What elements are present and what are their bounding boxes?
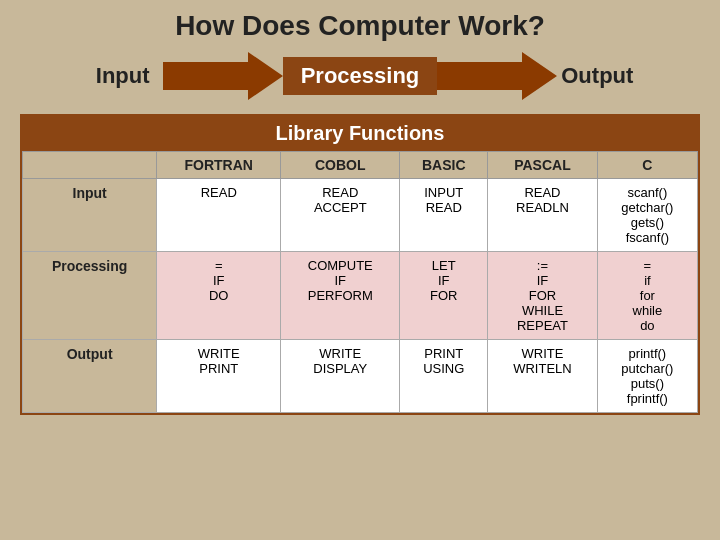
cell-pascal: WRITEWRITELN — [488, 340, 598, 413]
cell-fortran: WRITEPRINT — [157, 340, 281, 413]
cell-basic: LETIFFOR — [400, 252, 488, 340]
row-label: Input — [23, 179, 157, 252]
cell-pascal: :=IFFORWHILEREPEAT — [488, 252, 598, 340]
flow-processing-label: Processing — [283, 57, 438, 95]
table-row: InputREADREADACCEPTINPUTREADREADREADLNsc… — [23, 179, 698, 252]
cell-basic: INPUTREAD — [400, 179, 488, 252]
cell-c: =ifforwhiledo — [597, 252, 697, 340]
arrow-right-icon-2 — [437, 52, 557, 100]
col-header-c: C — [597, 152, 697, 179]
flow-input-label: Input — [83, 63, 163, 89]
svg-marker-0 — [163, 52, 283, 100]
row-label: Output — [23, 340, 157, 413]
row-label: Processing — [23, 252, 157, 340]
col-header-pascal: PASCAL — [488, 152, 598, 179]
table-header-row: FORTRAN COBOL BASIC PASCAL C — [23, 152, 698, 179]
page-wrapper: How Does Computer Work? Input Processing… — [0, 0, 720, 540]
cell-cobol: READACCEPT — [281, 179, 400, 252]
cell-pascal: READREADLN — [488, 179, 598, 252]
col-header-empty — [23, 152, 157, 179]
cell-c: printf()putchar()puts()fprintf() — [597, 340, 697, 413]
cell-fortran: READ — [157, 179, 281, 252]
col-header-cobol: COBOL — [281, 152, 400, 179]
cell-fortran: =IFDO — [157, 252, 281, 340]
cell-c: scanf()getchar()gets()fscanf() — [597, 179, 697, 252]
section-title: Library Functions — [22, 116, 698, 151]
col-header-fortran: FORTRAN — [157, 152, 281, 179]
table-row: Processing=IFDOCOMPUTEIFPERFORMLETIFFOR:… — [23, 252, 698, 340]
flow-output-label: Output — [557, 63, 637, 89]
cell-basic: PRINTUSING — [400, 340, 488, 413]
col-header-basic: BASIC — [400, 152, 488, 179]
flow-row: Input Processing Output — [20, 52, 700, 100]
cell-cobol: COMPUTEIFPERFORM — [281, 252, 400, 340]
table-row: OutputWRITEPRINTWRITEDISPLAYPRINTUSINGWR… — [23, 340, 698, 413]
page-title: How Does Computer Work? — [175, 10, 545, 42]
svg-marker-1 — [437, 52, 557, 100]
arrow-right-icon — [163, 52, 283, 100]
library-functions-table: Library Functions FORTRAN COBOL BASIC PA… — [20, 114, 700, 415]
cell-cobol: WRITEDISPLAY — [281, 340, 400, 413]
